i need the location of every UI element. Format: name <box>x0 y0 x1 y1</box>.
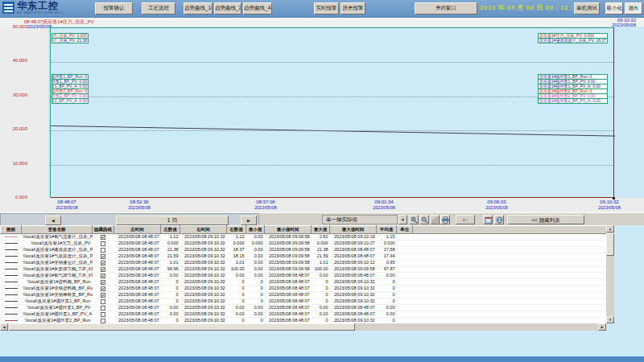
table-row[interactable]: \\local\反应釜1#亚钠稀释泵_BP_Run✔2023/05/08 08:… <box>1 292 607 298</box>
table-row[interactable]: \\local\反应釜1#压力_仪表_PV2023/05/08 08:48:07… <box>1 241 607 247</box>
hide-curve-cell[interactable]: ✔ <box>93 292 114 298</box>
time-scrollbar-thumb[interactable]: 1 日 <box>116 216 229 225</box>
table-row[interactable]: \\local\反应釜1#进料阀_BP_Run✔2023/05/08 08:48… <box>1 279 607 286</box>
column-header[interactable]: 最大值 <box>312 226 330 234</box>
column-header[interactable]: 隐藏曲线 <box>93 226 114 234</box>
trend-curve-1-button[interactable]: 趋势曲线_1# <box>184 2 213 14</box>
exit-button[interactable]: 退出 <box>625 2 642 14</box>
table-cell: 21.59 <box>312 253 330 260</box>
column-header[interactable]: 最小值 <box>246 226 265 234</box>
y-axis-tick: 40.000 <box>2 58 27 64</box>
table-row[interactable]: \\local\反应釜1#液温温度计_仪表_PV2023/05/08 08:48… <box>1 247 607 253</box>
column-header[interactable]: 右时间 <box>180 226 227 234</box>
process-flow-button[interactable]: 工艺流程 <box>142 2 175 14</box>
table-horizontal-scrollbar[interactable]: ◀ ▶ <box>0 323 606 331</box>
go-to-end-button[interactable]: ▶| <box>456 215 475 224</box>
hide-curve-cell[interactable]: ✔ <box>93 273 114 279</box>
hide-curve-cell[interactable] <box>93 305 114 311</box>
close-window-button[interactable]: 关闭窗口 <box>415 2 477 14</box>
zoom-out-button[interactable] <box>419 215 429 224</box>
table-row[interactable]: \\local\反应釜1#循环泵1_BP_Run2023/05/08 08:48… <box>1 298 607 305</box>
table-row[interactable]: \\local\反应釜1#循环泵2_BP_Run2023/05/08 08:48… <box>1 318 607 324</box>
column-header[interactable]: 变量名称 <box>22 226 93 234</box>
table-row[interactable]: \\local\反应釜1#气温温度计_仪表_PV✔2023/05/08 08:4… <box>1 253 607 260</box>
column-header[interactable]: 右数值 <box>227 226 246 234</box>
zoom-in-button[interactable] <box>409 215 419 224</box>
table-cell <box>413 305 607 311</box>
column-header[interactable]: 左数值 <box>161 226 180 234</box>
hide-curve-cell[interactable] <box>93 318 114 324</box>
realtime-alarm-button[interactable]: 实时报警 <box>314 2 339 14</box>
scroll-right-icon[interactable]: ▶ <box>598 323 606 331</box>
hide-curve-cell[interactable] <box>93 241 114 247</box>
table-row[interactable]: \\local\反应釜1#循环泵1_BP_PV2023/05/08 08:48:… <box>1 305 607 311</box>
hide-curve-checkbox[interactable]: ✔ <box>101 235 105 240</box>
table-cell: 2023/05/08 09:10:32 <box>180 273 227 279</box>
hide-list-button[interactable]: << 隐藏列表 <box>507 215 584 224</box>
table-row[interactable]: \\local\反应釜1#循环泵1_BP_PV_A2023/05/08 08:4… <box>1 311 607 318</box>
hide-curve-checkbox[interactable] <box>101 241 105 246</box>
table-row[interactable]: \\local\反应釜1#夹套调节阀_TJF_KD_PV✔2023/05/08 … <box>1 266 607 273</box>
column-header[interactable]: 左时间 <box>114 226 161 234</box>
trend-curve-2-button[interactable]: 趋势曲线_2# <box>214 2 242 14</box>
hide-curve-checkbox[interactable] <box>101 299 105 304</box>
table-cell <box>397 273 413 279</box>
table-cell <box>413 318 607 324</box>
history-alarm-button[interactable]: 历史报警 <box>341 2 365 14</box>
hide-curve-checkbox[interactable] <box>101 312 105 317</box>
hide-curve-checkbox[interactable]: ✔ <box>101 280 105 285</box>
plot-area[interactable] <box>50 27 614 198</box>
column-header[interactable] <box>413 226 607 234</box>
table-row[interactable]: \\local\反应釜1#亚钠进料阀_BP_Run✔2023/05/08 08:… <box>1 286 607 292</box>
hide-curve-cell[interactable] <box>93 311 114 318</box>
column-header[interactable]: 最大值时间 <box>330 226 377 234</box>
time-scrollbar[interactable]: ◀ 1 日 ▶ <box>0 213 259 226</box>
hide-curve-checkbox[interactable]: ✔ <box>101 293 105 298</box>
table-cell: 0 <box>227 318 246 324</box>
hide-curve-cell[interactable]: ✔ <box>93 253 114 260</box>
print-button[interactable] <box>440 215 450 224</box>
column-header[interactable]: 最小值时间 <box>265 226 312 234</box>
hide-curve-cell[interactable]: ✔ <box>93 260 114 266</box>
chart-view-button[interactable] <box>430 215 440 224</box>
hide-curve-cell[interactable] <box>93 298 114 305</box>
trend-curve-4-button[interactable]: 趋势曲线_4# <box>243 2 272 14</box>
hide-curve-checkbox[interactable] <box>101 248 105 253</box>
printer-icon <box>442 216 449 224</box>
hide-curve-checkbox[interactable]: ✔ <box>101 261 105 265</box>
hide-curve-checkbox[interactable]: ✔ <box>101 267 105 272</box>
hide-curve-checkbox[interactable] <box>101 306 105 311</box>
settings-button[interactable] <box>494 215 504 224</box>
hide-curve-cell[interactable]: ✔ <box>93 234 114 241</box>
column-header[interactable]: 单位 <box>397 226 413 234</box>
scroll-left-icon[interactable]: ◀ <box>0 323 8 331</box>
hide-curve-cell[interactable]: ✔ <box>93 266 114 273</box>
table-vertical-scrollbar[interactable]: ▲ ▼ <box>606 225 614 323</box>
axis-mode-select[interactable]: 单一轴实际值 <box>322 215 398 224</box>
table-row[interactable]: \\local\反应釜1#氧气流量计_仪表_PV✔2023/05/08 08:4… <box>1 234 607 241</box>
hide-curve-cell[interactable]: ✔ <box>93 279 114 286</box>
scroll-down-icon[interactable]: ▼ <box>606 316 614 323</box>
table-row[interactable]: \\local\反应釜1#氧气调节阀_TJF_KD_PV✔2023/05/08 … <box>1 273 607 279</box>
column-header[interactable]: 图例 <box>1 226 22 234</box>
horizontal-scrollbar-thumb[interactable] <box>9 323 355 331</box>
table-row[interactable]: \\local\反应釜1#亚钠液位计_仪表_PV✔2023/05/08 08:4… <box>1 260 607 266</box>
hide-curve-checkbox[interactable]: ✔ <box>101 274 105 278</box>
hide-curve-cell[interactable] <box>93 247 114 253</box>
calendar-button[interactable] <box>483 215 493 224</box>
hide-curve-checkbox[interactable]: ✔ <box>101 286 105 291</box>
scroll-right-button[interactable]: ▶ <box>241 216 257 225</box>
alarm-ack-button[interactable]: 报警确认 <box>95 2 133 14</box>
hide-curve-checkbox[interactable]: ✔ <box>101 254 105 259</box>
hide-curve-cell[interactable]: ✔ <box>93 286 114 292</box>
hide-curve-checkbox[interactable] <box>101 319 105 323</box>
scroll-left-button[interactable]: ◀ <box>45 216 61 225</box>
table-cell: 2023/05/08 09:10:32 <box>330 286 377 292</box>
minimize-button[interactable]: 最小化 <box>605 2 623 14</box>
table-cell: 0.00 <box>377 305 397 311</box>
scroll-up-icon[interactable]: ▲ <box>606 225 614 232</box>
column-header[interactable]: 平均值 <box>377 226 397 234</box>
vertical-scrollbar-thumb[interactable] <box>606 233 614 256</box>
axis-mode-dropdown-button[interactable]: ▼ <box>398 215 407 224</box>
standalone-test-button[interactable]: 单机测试 <box>574 2 600 14</box>
